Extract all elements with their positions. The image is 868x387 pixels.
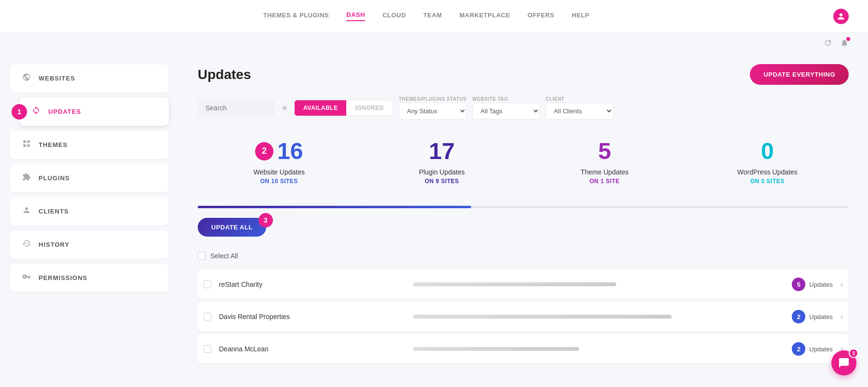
sidebar-item-clients[interactable]: CLIENTS <box>10 197 169 226</box>
plugin-updates-sub: ON 9 SITES <box>361 178 524 185</box>
sidebar-label-history: HISTORY <box>39 241 69 248</box>
sidebar-label-themes: THEMES <box>39 141 68 148</box>
update-all-button[interactable]: UPDATE ALL 3 <box>198 218 266 237</box>
theme-updates-sub: ON 1 SITE <box>523 178 686 185</box>
site-name-0: reStart Charity <box>219 280 404 288</box>
svg-rect-1 <box>27 140 30 143</box>
select-all-label: Select All <box>210 252 238 260</box>
tags-select[interactable]: All Tags <box>473 103 540 120</box>
table-row: Davis Rental Properties 2 Updates › <box>198 302 849 332</box>
search-input[interactable] <box>198 99 275 117</box>
sidebar-item-permissions[interactable]: PERMISSIONS <box>10 264 169 292</box>
filters-row: ★ AVAILABLE IGNORED THEMES/PLUGINS STATU… <box>198 96 849 120</box>
update-everything-button[interactable]: UPDATE EVERYTHING <box>750 64 849 85</box>
update-all-badge: 3 <box>258 213 273 227</box>
site-checkbox-2[interactable] <box>203 345 211 353</box>
star-icon[interactable]: ★ <box>281 103 288 113</box>
nav-themes-plugins[interactable]: THEMES & PLUGINS <box>263 12 329 21</box>
sidebar-item-updates[interactable]: 1 UPDATES <box>19 97 169 126</box>
table-row: Deanna McLean 2 Updates › <box>198 334 849 364</box>
site-checkbox-0[interactable] <box>203 280 211 288</box>
site-updates-badge-1: 2 <box>792 310 805 323</box>
avatar[interactable] <box>833 9 849 24</box>
website-tag-filter-group: WEBSITE TAG All Tags <box>473 96 540 120</box>
site-checkbox-1[interactable] <box>203 313 211 320</box>
page-header: Updates UPDATE EVERYTHING <box>198 64 849 85</box>
sidebar-label-permissions: PERMISSIONS <box>39 274 87 281</box>
sidebar-item-plugins[interactable]: PLUGINS <box>10 164 169 192</box>
stats-row: 2 16 Website Updates ON 10 SITES 17 Plug… <box>198 133 849 194</box>
wordpress-updates-label: WordPress Updates <box>686 168 849 176</box>
notification-badge <box>846 37 850 41</box>
history-icon <box>21 239 32 250</box>
site-bar-fill-2 <box>413 347 579 351</box>
site-bar-2 <box>413 347 783 351</box>
nav-dash[interactable]: DASH <box>346 11 365 21</box>
available-ignored-tabs: AVAILABLE IGNORED <box>294 100 393 116</box>
themes-icon <box>21 139 32 150</box>
sidebar: WEBSITES 1 UPDATES THEMES PLUGINS <box>0 50 178 387</box>
sidebar-item-themes[interactable]: THEMES <box>10 131 169 159</box>
clients-select[interactable]: All Clients <box>546 103 613 120</box>
main-content: Updates UPDATE EVERYTHING ★ AVAILABLE IG… <box>178 50 868 387</box>
sidebar-label-plugins: PLUGINS <box>39 174 70 182</box>
sidebar-active-badge: 1 <box>12 104 27 120</box>
tab-available[interactable]: AVAILABLE <box>295 100 346 116</box>
tab-ignored[interactable]: IGNORED <box>346 100 393 116</box>
site-bar-fill-1 <box>413 315 672 319</box>
sidebar-item-websites[interactable]: WEBSITES <box>10 64 169 93</box>
site-bar-0 <box>413 282 783 286</box>
stat-theme-updates: 5 Theme Updates ON 1 SITE <box>523 133 686 194</box>
select-all-row: Select All <box>198 246 849 266</box>
stat-website-updates: 2 16 Website Updates ON 10 SITES <box>198 133 361 194</box>
site-bar-fill-0 <box>413 282 616 286</box>
table-row: reStart Charity 5 Updates › <box>198 270 849 299</box>
themes-plugins-filter-group: THEMES/PLUGINS STATUS Any Status <box>399 96 467 120</box>
toolbar-row <box>0 33 868 50</box>
globe-icon <box>21 73 32 84</box>
nav-offers[interactable]: OFFERS <box>528 12 555 21</box>
wordpress-updates-sub: ON 0 SITES <box>686 178 849 185</box>
theme-updates-number: 5 <box>598 138 611 164</box>
page-title: Updates <box>198 67 251 82</box>
client-label: CLIENT <box>546 96 613 102</box>
website-tag-label: WEBSITE TAG <box>473 96 540 102</box>
top-nav: THEMES & PLUGINS DASH CLOUD TEAM MARKETP… <box>0 0 868 33</box>
themes-plugins-status-label: THEMES/PLUGINS STATUS <box>399 96 467 102</box>
action-row: UPDATE ALL 3 <box>198 218 849 237</box>
website-updates-label: Website Updates <box>198 168 361 176</box>
website-updates-number: 16 <box>277 138 303 164</box>
site-chevron-1[interactable]: › <box>841 312 843 321</box>
stat-plugin-updates: 17 Plugin Updates ON 9 SITES <box>361 133 524 194</box>
site-chevron-0[interactable]: › <box>841 280 843 289</box>
updates-icon <box>31 106 41 117</box>
sidebar-item-history[interactable]: HISTORY <box>10 230 169 259</box>
client-filter-group: CLIENT All Clients <box>546 96 613 120</box>
nav-team[interactable]: TEAM <box>423 12 442 21</box>
chat-bubble[interactable]: 3 <box>831 350 856 375</box>
nav-cloud[interactable]: CLOUD <box>382 12 406 21</box>
plugin-updates-label: Plugin Updates <box>361 168 524 176</box>
nav-help[interactable]: HELP <box>572 12 590 21</box>
main-layout: WEBSITES 1 UPDATES THEMES PLUGINS <box>0 50 868 387</box>
sidebar-label-websites: WEBSITES <box>39 75 75 82</box>
clients-icon <box>21 206 32 217</box>
select-all-checkbox[interactable] <box>198 252 205 260</box>
refresh-icon[interactable] <box>824 39 832 50</box>
nav-marketplace[interactable]: MARKETPLACE <box>460 12 510 21</box>
wordpress-updates-number: 0 <box>761 138 774 164</box>
stat-wordpress-updates: 0 WordPress Updates ON 0 SITES <box>686 133 849 194</box>
svg-rect-2 <box>23 145 26 147</box>
chat-badge: 3 <box>849 348 858 358</box>
site-updates-text-0: Updates <box>809 281 832 288</box>
website-updates-sub: ON 10 SITES <box>198 178 361 185</box>
nav-links: THEMES & PLUGINS DASH CLOUD TEAM MARKETP… <box>19 11 833 21</box>
site-updates-badge-2: 2 <box>792 342 805 356</box>
website-updates-badge: 2 <box>255 142 273 160</box>
sidebar-label-clients: CLIENTS <box>39 208 69 215</box>
status-select[interactable]: Any Status <box>399 103 467 120</box>
permissions-icon <box>21 272 32 283</box>
notification-icon[interactable] <box>840 39 849 50</box>
svg-rect-0 <box>23 140 26 143</box>
theme-updates-label: Theme Updates <box>523 168 686 176</box>
